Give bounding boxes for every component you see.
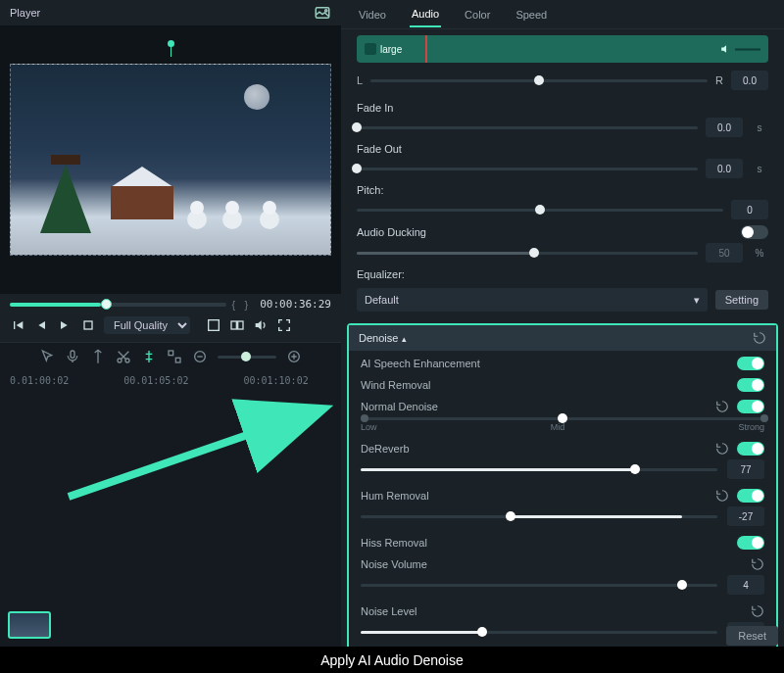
hum-removal-reset-icon[interactable] xyxy=(715,489,729,503)
timeline-tracks[interactable] xyxy=(0,390,341,647)
audio-ducking-slider[interactable] xyxy=(357,252,698,255)
tl-razor-icon[interactable] xyxy=(141,349,157,364)
svg-rect-2 xyxy=(84,321,92,329)
audio-panel: large L R 0.0 Fade In 0.0 s xyxy=(341,29,784,647)
chevron-down-icon: ▾ xyxy=(694,294,700,307)
timeline-clip[interactable] xyxy=(8,611,51,639)
fade-out-value[interactable]: 0.0 xyxy=(706,159,743,178)
denoise-section: Denoise▴ AI Speech Enhancement Wind Remo… xyxy=(347,323,778,647)
balance-right-label: R xyxy=(715,74,723,86)
hiss-removal-label: Hiss Removal xyxy=(361,537,427,549)
tl-cut-icon[interactable] xyxy=(116,349,131,364)
dereverb-toggle[interactable] xyxy=(737,442,764,456)
hum-removal-value[interactable]: -27 xyxy=(727,506,764,526)
normal-denoise-reset-icon[interactable] xyxy=(715,400,729,413)
compare-icon[interactable] xyxy=(229,317,245,333)
markers-braces: { } xyxy=(232,299,249,311)
timeline-toolbar xyxy=(0,343,341,370)
tab-speed[interactable]: Speed xyxy=(514,3,549,26)
wind-removal-toggle[interactable] xyxy=(737,378,764,392)
tab-color[interactable]: Color xyxy=(463,3,492,26)
pitch-value[interactable]: 0 xyxy=(731,200,768,219)
dereverb-value[interactable]: 77 xyxy=(727,459,764,479)
svg-rect-5 xyxy=(238,321,243,329)
seek-bar[interactable] xyxy=(10,303,226,307)
quality-select[interactable]: Full Quality xyxy=(104,316,190,334)
tl-zoom-out-icon[interactable] xyxy=(192,349,208,364)
noise-volume-slider[interactable] xyxy=(361,584,717,587)
fade-in-slider[interactable] xyxy=(357,126,698,129)
dereverb-reset-icon[interactable] xyxy=(715,442,729,456)
denoise-reset-icon[interactable] xyxy=(753,331,766,345)
hum-removal-label: Hum Removal xyxy=(361,490,429,502)
audio-ducking-value: 50 xyxy=(706,243,743,263)
player-header: Player xyxy=(0,0,341,25)
svg-point-1 xyxy=(325,10,327,12)
tl-mic-icon[interactable] xyxy=(65,349,80,364)
denoise-header[interactable]: Denoise▴ xyxy=(349,325,776,351)
play-reverse-button[interactable] xyxy=(33,317,49,333)
timeline-ruler[interactable]: 0.01:00:02 00.01:05:02 00:01:10:02 00:01… xyxy=(0,370,341,390)
tl-zoom-in-icon[interactable] xyxy=(286,349,302,364)
tl-group-icon[interactable] xyxy=(167,349,182,364)
crop-icon[interactable] xyxy=(206,317,221,333)
hum-removal-slider[interactable] xyxy=(361,515,717,518)
preview-area xyxy=(0,25,341,294)
noise-volume-reset-icon[interactable] xyxy=(751,557,764,571)
noise-level-reset-icon[interactable] xyxy=(751,604,764,618)
tl-marker-icon[interactable] xyxy=(90,349,106,364)
prev-frame-button[interactable] xyxy=(10,317,25,333)
hiss-removal-toggle[interactable] xyxy=(737,536,764,550)
noise-level-label: Noise Level xyxy=(361,605,416,617)
fade-out-unit: s xyxy=(751,164,768,174)
equalizer-select[interactable]: Default ▾ xyxy=(357,288,708,312)
ai-speech-toggle[interactable] xyxy=(737,357,764,370)
tl-zoom-slider[interactable] xyxy=(218,356,276,359)
clip-playhead[interactable] xyxy=(425,35,427,63)
equalizer-preset: Default xyxy=(365,294,399,306)
normal-denoise-label: Normal Denoise xyxy=(361,401,438,412)
fade-out-label: Fade Out xyxy=(357,143,402,155)
tl-cursor-icon[interactable] xyxy=(39,349,55,364)
snapshot-icon[interactable] xyxy=(314,4,331,22)
preview-frame[interactable] xyxy=(10,64,331,256)
noise-volume-value[interactable]: 4 xyxy=(727,575,764,595)
normal-denoise-slider[interactable] xyxy=(361,417,764,420)
fade-out-slider[interactable] xyxy=(357,168,698,170)
stop-button[interactable] xyxy=(80,317,96,333)
clip-volume-icon xyxy=(719,43,732,56)
clip-volume-bar[interactable] xyxy=(735,48,760,50)
audio-clip-strip[interactable]: large xyxy=(357,35,768,63)
player-controls: { } 00:00:36:29 Full Quality xyxy=(0,294,341,342)
reset-button[interactable]: Reset xyxy=(726,626,778,646)
ai-speech-label: AI Speech Enhancement xyxy=(361,358,480,369)
fade-in-value[interactable]: 0.0 xyxy=(706,118,743,137)
audio-ducking-toggle[interactable] xyxy=(741,225,768,239)
tab-audio[interactable]: Audio xyxy=(410,2,441,27)
pitch-slider[interactable] xyxy=(357,209,723,212)
svg-rect-6 xyxy=(71,351,74,358)
normal-denoise-toggle[interactable] xyxy=(737,400,764,413)
tl-tick: 00:01:10:02 xyxy=(243,375,308,386)
fullscreen-icon[interactable] xyxy=(276,317,292,333)
play-button[interactable] xyxy=(57,317,73,333)
scale-mid: Mid xyxy=(551,422,565,432)
balance-slider[interactable] xyxy=(370,79,708,82)
chevron-up-icon: ▴ xyxy=(402,334,407,344)
dereverb-slider[interactable] xyxy=(361,468,717,471)
svg-rect-3 xyxy=(209,320,220,331)
equalizer-setting-button[interactable]: Setting xyxy=(715,290,768,310)
noise-volume-label: Noise Volume xyxy=(361,558,427,570)
noise-level-slider[interactable] xyxy=(361,631,717,634)
balance-value[interactable]: 0.0 xyxy=(731,71,768,90)
hum-removal-toggle[interactable] xyxy=(737,489,764,503)
denoise-title: Denoise xyxy=(359,332,398,344)
preview-playhead-marker[interactable] xyxy=(171,45,172,57)
tl-tick: 0.01:00:02 xyxy=(10,375,69,386)
volume-icon[interactable] xyxy=(253,317,269,333)
pitch-label: Pitch: xyxy=(357,184,384,196)
tab-video[interactable]: Video xyxy=(357,3,388,26)
scale-low: Low xyxy=(361,422,377,432)
svg-rect-9 xyxy=(169,351,173,356)
music-note-icon xyxy=(365,43,376,55)
